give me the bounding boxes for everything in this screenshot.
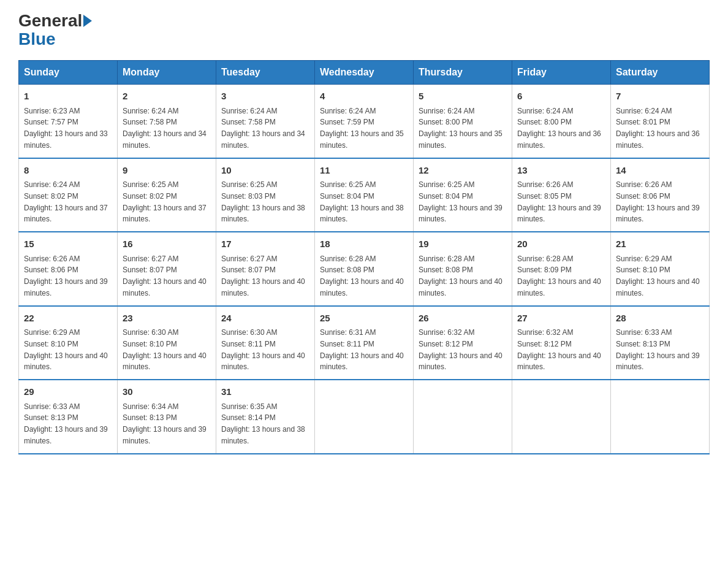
weekday-header-thursday: Thursday [414, 61, 512, 85]
calendar-cell: 27Sunrise: 6:32 AMSunset: 8:12 PMDayligh… [512, 306, 611, 380]
day-number: 19 [419, 237, 507, 251]
day-number: 28 [616, 312, 704, 326]
day-number: 23 [123, 312, 211, 326]
day-number: 12 [419, 164, 507, 178]
day-info: Sunrise: 6:35 AMSunset: 8:14 PMDaylight:… [221, 402, 305, 445]
page-header: General Blue [18, 12, 710, 49]
logo-general-text: General [18, 12, 82, 29]
day-info: Sunrise: 6:28 AMSunset: 8:09 PMDaylight:… [517, 255, 601, 297]
calendar-week-row: 29Sunrise: 6:33 AMSunset: 8:13 PMDayligh… [19, 380, 710, 454]
calendar-cell: 24Sunrise: 6:30 AMSunset: 8:11 PMDayligh… [216, 306, 315, 380]
day-number: 20 [517, 237, 605, 251]
calendar-cell: 21Sunrise: 6:29 AMSunset: 8:10 PMDayligh… [611, 232, 710, 306]
day-number: 16 [123, 237, 211, 251]
calendar-cell: 9Sunrise: 6:25 AMSunset: 8:02 PMDaylight… [118, 158, 216, 232]
weekday-header-friday: Friday [512, 61, 611, 85]
calendar-cell: 7Sunrise: 6:24 AMSunset: 8:01 PMDaylight… [611, 85, 710, 158]
calendar-week-row: 1Sunrise: 6:23 AMSunset: 7:57 PMDaylight… [19, 85, 710, 158]
day-number: 27 [517, 312, 605, 326]
day-info: Sunrise: 6:29 AMSunset: 8:10 PMDaylight:… [616, 255, 700, 297]
day-info: Sunrise: 6:26 AMSunset: 8:06 PMDaylight:… [24, 255, 108, 297]
calendar-cell: 2Sunrise: 6:24 AMSunset: 7:58 PMDaylight… [118, 85, 216, 158]
day-number: 5 [419, 90, 507, 104]
weekday-header-sunday: Sunday [19, 61, 118, 85]
day-number: 7 [616, 90, 704, 104]
calendar-cell [414, 380, 512, 454]
calendar-cell: 18Sunrise: 6:28 AMSunset: 8:08 PMDayligh… [315, 232, 414, 306]
calendar-cell: 19Sunrise: 6:28 AMSunset: 8:08 PMDayligh… [414, 232, 512, 306]
day-info: Sunrise: 6:32 AMSunset: 8:12 PMDaylight:… [517, 328, 601, 371]
day-info: Sunrise: 6:30 AMSunset: 8:11 PMDaylight:… [221, 328, 305, 371]
calendar-cell: 3Sunrise: 6:24 AMSunset: 7:58 PMDaylight… [216, 85, 315, 158]
day-number: 21 [616, 237, 704, 251]
calendar-cell: 29Sunrise: 6:33 AMSunset: 8:13 PMDayligh… [19, 380, 118, 454]
day-info: Sunrise: 6:25 AMSunset: 8:04 PMDaylight:… [419, 180, 502, 223]
day-info: Sunrise: 6:32 AMSunset: 8:12 PMDaylight:… [419, 328, 502, 371]
calendar-cell: 26Sunrise: 6:32 AMSunset: 8:12 PMDayligh… [414, 306, 512, 380]
calendar-cell: 28Sunrise: 6:33 AMSunset: 8:13 PMDayligh… [611, 306, 710, 380]
day-info: Sunrise: 6:31 AMSunset: 8:11 PMDaylight:… [320, 328, 404, 371]
calendar-cell [611, 380, 710, 454]
day-info: Sunrise: 6:34 AMSunset: 8:13 PMDaylight:… [123, 402, 207, 445]
day-number: 6 [517, 90, 605, 104]
calendar-cell: 5Sunrise: 6:24 AMSunset: 8:00 PMDaylight… [414, 85, 512, 158]
calendar-cell: 25Sunrise: 6:31 AMSunset: 8:11 PMDayligh… [315, 306, 414, 380]
day-info: Sunrise: 6:24 AMSunset: 8:00 PMDaylight:… [419, 107, 502, 150]
day-info: Sunrise: 6:27 AMSunset: 8:07 PMDaylight:… [123, 255, 207, 297]
day-number: 26 [419, 312, 507, 326]
calendar-cell: 6Sunrise: 6:24 AMSunset: 8:00 PMDaylight… [512, 85, 611, 158]
day-info: Sunrise: 6:33 AMSunset: 8:13 PMDaylight:… [616, 328, 700, 371]
day-number: 30 [123, 385, 211, 399]
day-number: 11 [320, 164, 408, 178]
day-info: Sunrise: 6:30 AMSunset: 8:10 PMDaylight:… [123, 328, 207, 371]
day-number: 24 [221, 312, 309, 326]
day-info: Sunrise: 6:26 AMSunset: 8:05 PMDaylight:… [517, 180, 601, 223]
day-info: Sunrise: 6:23 AMSunset: 7:57 PMDaylight:… [24, 107, 108, 150]
day-info: Sunrise: 6:24 AMSunset: 7:59 PMDaylight:… [320, 107, 404, 150]
day-info: Sunrise: 6:24 AMSunset: 7:58 PMDaylight:… [221, 107, 305, 150]
day-number: 18 [320, 237, 408, 251]
day-number: 14 [616, 164, 704, 178]
calendar-cell: 12Sunrise: 6:25 AMSunset: 8:04 PMDayligh… [414, 158, 512, 232]
day-info: Sunrise: 6:26 AMSunset: 8:06 PMDaylight:… [616, 180, 700, 223]
calendar-table: SundayMondayTuesdayWednesdayThursdayFrid… [18, 60, 710, 454]
day-info: Sunrise: 6:24 AMSunset: 8:00 PMDaylight:… [517, 107, 601, 150]
day-number: 29 [24, 385, 112, 399]
day-info: Sunrise: 6:27 AMSunset: 8:07 PMDaylight:… [221, 255, 305, 297]
calendar-cell [315, 380, 414, 454]
day-number: 4 [320, 90, 408, 104]
day-number: 22 [24, 312, 112, 326]
day-info: Sunrise: 6:28 AMSunset: 8:08 PMDaylight:… [419, 255, 502, 297]
calendar-cell: 4Sunrise: 6:24 AMSunset: 7:59 PMDaylight… [315, 85, 414, 158]
day-number: 31 [221, 385, 309, 399]
weekday-header-saturday: Saturday [611, 61, 710, 85]
day-number: 2 [123, 90, 211, 104]
calendar-cell: 22Sunrise: 6:29 AMSunset: 8:10 PMDayligh… [19, 306, 118, 380]
day-number: 8 [24, 164, 112, 178]
weekday-header-row: SundayMondayTuesdayWednesdayThursdayFrid… [19, 61, 710, 85]
weekday-header-tuesday: Tuesday [216, 61, 315, 85]
calendar-cell: 23Sunrise: 6:30 AMSunset: 8:10 PMDayligh… [118, 306, 216, 380]
calendar-week-row: 22Sunrise: 6:29 AMSunset: 8:10 PMDayligh… [19, 306, 710, 380]
day-number: 3 [221, 90, 309, 104]
calendar-cell: 30Sunrise: 6:34 AMSunset: 8:13 PMDayligh… [118, 380, 216, 454]
calendar-week-row: 15Sunrise: 6:26 AMSunset: 8:06 PMDayligh… [19, 232, 710, 306]
day-number: 1 [24, 90, 112, 104]
day-info: Sunrise: 6:25 AMSunset: 8:02 PMDaylight:… [123, 180, 207, 223]
day-number: 10 [221, 164, 309, 178]
day-info: Sunrise: 6:25 AMSunset: 8:03 PMDaylight:… [221, 180, 305, 223]
day-number: 15 [24, 237, 112, 251]
calendar-cell: 20Sunrise: 6:28 AMSunset: 8:09 PMDayligh… [512, 232, 611, 306]
logo-blue-text: Blue [18, 29, 56, 49]
calendar-cell [512, 380, 611, 454]
calendar-cell: 8Sunrise: 6:24 AMSunset: 8:02 PMDaylight… [19, 158, 118, 232]
calendar-week-row: 8Sunrise: 6:24 AMSunset: 8:02 PMDaylight… [19, 158, 710, 232]
day-number: 13 [517, 164, 605, 178]
day-info: Sunrise: 6:28 AMSunset: 8:08 PMDaylight:… [320, 255, 404, 297]
day-number: 9 [123, 164, 211, 178]
day-number: 25 [320, 312, 408, 326]
logo: General Blue [18, 12, 93, 49]
calendar-cell: 10Sunrise: 6:25 AMSunset: 8:03 PMDayligh… [216, 158, 315, 232]
weekday-header-wednesday: Wednesday [315, 61, 414, 85]
day-number: 17 [221, 237, 309, 251]
